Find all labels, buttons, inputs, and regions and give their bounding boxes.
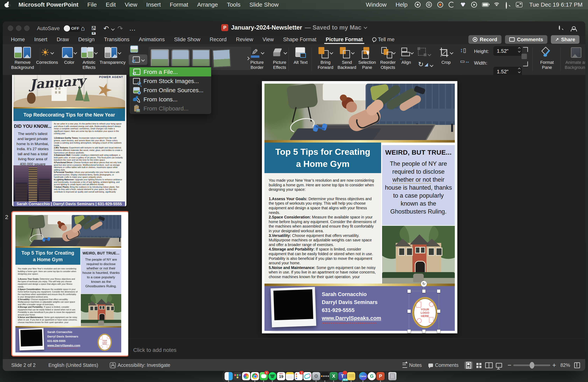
zoom-out-button[interactable]: − — [507, 361, 511, 369]
apple-menu[interactable] — [0, 0, 14, 9]
reminders-icon[interactable]: 3 — [294, 372, 303, 380]
messages-icon[interactable]: 4 — [260, 372, 268, 380]
logo-placeholder[interactable]: YOURLOGOHERE — [98, 334, 112, 351]
grammarly-icon[interactable]: G — [426, 1, 432, 8]
house-photo[interactable] — [382, 226, 455, 284]
weird-but-true-box[interactable]: WEIRD, BUT TRUE... The people of NY are … — [382, 145, 455, 225]
document-title[interactable]: January-2024-Newsletter — [231, 24, 302, 31]
comments-button[interactable]: Comments — [505, 35, 547, 44]
tab-tell-me[interactable]: Tell me — [368, 35, 399, 44]
menu-insert[interactable]: Insert — [142, 0, 165, 9]
picture-style-4[interactable] — [212, 49, 231, 68]
rotate-handle[interactable]: ↻ — [421, 281, 427, 287]
tab-draw[interactable]: Draw — [52, 35, 74, 44]
tab-record[interactable]: Record — [205, 35, 231, 44]
stickies-icon[interactable] — [347, 372, 355, 380]
weird-but-true-box[interactable]: WEIRD, BUT TRUE... The people of NY are … — [81, 249, 121, 294]
tab-insert[interactable]: Insert — [30, 35, 52, 44]
chrome-icon[interactable] — [251, 372, 259, 380]
battery-icon[interactable] — [482, 1, 489, 8]
spotify-icon[interactable] — [268, 372, 276, 380]
menu-item-from-file[interactable]: ↺ From a File... — [129, 67, 211, 76]
cleanmymac-icon[interactable] — [437, 1, 443, 8]
format-pane-button[interactable]: Format Pane — [536, 45, 558, 70]
play-icon[interactable] — [471, 1, 477, 8]
artistic-effects-button[interactable]: Artistic Effects — [80, 45, 98, 70]
tab-design[interactable]: Design — [74, 35, 99, 44]
spotlight-icon[interactable] — [504, 1, 511, 8]
width-step-down[interactable] — [518, 71, 521, 73]
accessibility-status[interactable]: Accessibility: Investigate — [110, 362, 170, 368]
selection-handle-n[interactable] — [422, 289, 426, 293]
zoom-slider[interactable] — [513, 364, 550, 366]
selection-handle-ne[interactable] — [437, 289, 441, 293]
language-selector[interactable]: English (United States) — [48, 362, 98, 368]
calculator-icon[interactable] — [321, 372, 329, 380]
selection-pane-button[interactable]: Selection Pane — [356, 45, 378, 70]
corrections-button[interactable]: ☀ Corrections — [37, 45, 57, 65]
finder-icon[interactable] — [225, 372, 233, 380]
menu-view[interactable]: View — [120, 0, 142, 9]
menu-slide-show[interactable]: Slide Show — [245, 0, 283, 9]
picture-border-button[interactable]: ✎ Picture Border — [247, 45, 267, 70]
menu-file[interactable]: File — [83, 0, 101, 9]
canva-icon[interactable]: Canva — [359, 372, 367, 380]
crop-button[interactable]: Crop — [437, 45, 455, 65]
title-chevron-icon[interactable] — [364, 25, 367, 29]
menu-help[interactable]: Help — [391, 0, 412, 9]
selection-handle-nw[interactable] — [407, 289, 411, 293]
control-center-icon[interactable] — [516, 1, 523, 8]
launchpad-icon[interactable] — [233, 372, 242, 380]
slide-thumbnail-2[interactable]: Top 5 Tips for Creatinga Home Gym You ma… — [11, 211, 128, 357]
slideshow-view-button[interactable] — [495, 361, 503, 369]
timer-icon[interactable] — [448, 1, 455, 8]
bring-forward-button[interactable]: Bring Forward — [314, 45, 337, 70]
lock-aspect-ratio-button[interactable] — [522, 54, 527, 59]
menu-window[interactable]: Window — [361, 0, 391, 9]
picture-effects-button[interactable]: Picture Effects — [270, 45, 290, 70]
color-button[interactable]: Color — [61, 45, 77, 65]
reorder-objects-button[interactable]: Reorder Objects — [377, 45, 399, 70]
picture-style-2[interactable] — [171, 49, 189, 67]
notes-app-icon[interactable] — [286, 372, 294, 380]
alt-text-button[interactable]: Alt Text — [292, 45, 310, 65]
polaroid-photo[interactable] — [271, 287, 316, 327]
fit-slide-button[interactable] — [573, 361, 581, 369]
dropbox-icon[interactable] — [460, 1, 466, 8]
height-input[interactable]: 1.52" — [494, 46, 522, 56]
photos-icon[interactable] — [242, 372, 250, 380]
freeform-icon[interactable] — [303, 372, 312, 380]
picture-style-1[interactable] — [151, 49, 169, 67]
slide-title[interactable]: Top 5 Tips for Creatinga Home Gym — [264, 143, 381, 173]
tab-view[interactable]: View — [258, 35, 278, 44]
menu-tools[interactable]: Tools — [222, 0, 245, 9]
contact-link[interactable]: www.DarrylSpeaks.com — [47, 343, 80, 348]
trash-icon[interactable] — [388, 372, 397, 380]
zoom-in-button[interactable]: + — [552, 361, 556, 369]
menu-item-from-icons[interactable]: From Icons... — [129, 95, 211, 104]
transparency-button[interactable]: Transparency — [101, 45, 124, 65]
settings-icon[interactable]: ⚙ — [312, 372, 320, 380]
tab-shape-format[interactable]: Shape Format — [278, 35, 321, 44]
reset-picture-button[interactable] — [130, 45, 139, 53]
slide-footer[interactable]: Sarah Cornacchio Darryl Davis Seminars 6… — [15, 328, 121, 352]
share-person-icon[interactable] — [570, 25, 577, 32]
app-menu[interactable]: Microsoft PowerPoint — [14, 0, 83, 9]
height-step-up[interactable] — [518, 47, 521, 50]
screen-record-icon[interactable] — [414, 1, 421, 8]
contact-block[interactable]: Sarah Cornacchio Darryl Davis Seminars 6… — [47, 330, 80, 348]
change-picture-button[interactable]: ↺ — [129, 54, 147, 65]
selection-handle-s[interactable] — [422, 329, 426, 333]
menu-arrange[interactable]: Arrange — [193, 0, 222, 9]
height-step-down[interactable] — [518, 50, 521, 53]
notes-toggle[interactable]: Notes — [402, 362, 422, 368]
polaroid-photo[interactable] — [19, 328, 44, 350]
powerpoint-dock-icon[interactable]: P — [377, 372, 385, 380]
excel-icon[interactable]: X — [330, 372, 338, 380]
zoom-slider-thumb[interactable] — [530, 362, 534, 369]
slide-title[interactable]: Top 5 Tips for Creatinga Home Gym — [15, 248, 80, 265]
menu-format[interactable]: Format — [165, 0, 193, 9]
record-button[interactable]: Record — [468, 35, 502, 44]
menu-edit[interactable]: Edit — [101, 0, 120, 9]
tab-review[interactable]: Review — [231, 35, 258, 44]
